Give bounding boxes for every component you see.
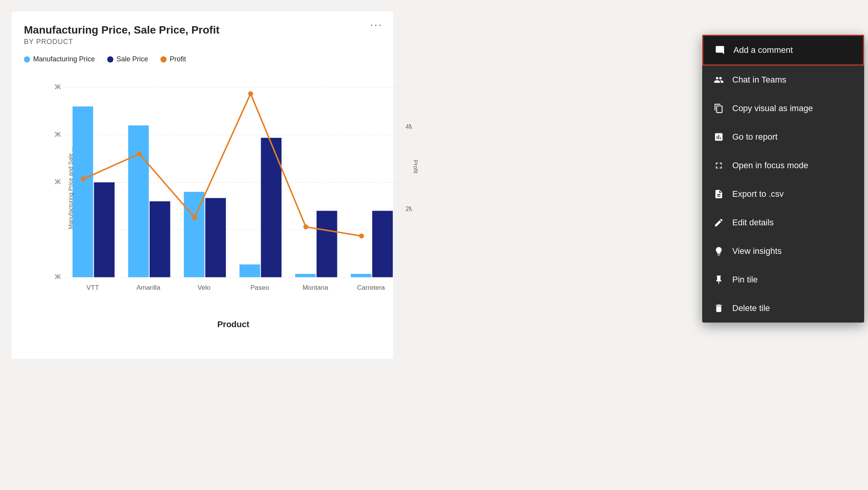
- legend-dot-manufacturing: [24, 56, 30, 63]
- menu-item-label-delete-tile: Delete tile: [732, 303, 770, 313]
- svg-text:Paseo: Paseo: [250, 284, 269, 291]
- menu-item-view-insights[interactable]: View insights: [702, 237, 864, 265]
- menu-item-export-csv[interactable]: Export to .csv: [702, 180, 864, 208]
- svg-rect-12: [94, 182, 115, 277]
- svg-point-24: [137, 151, 142, 156]
- svg-text:Amarilla: Amarilla: [137, 284, 160, 291]
- more-options-button[interactable]: ...: [370, 16, 383, 29]
- legend-label-sale: Sale Price: [116, 55, 148, 63]
- svg-text:0K: 0K: [55, 273, 61, 280]
- svg-rect-18: [261, 138, 281, 277]
- menu-item-add-comment[interactable]: Add a comment: [702, 35, 864, 66]
- menu-item-label-export-csv: Export to .csv: [732, 189, 784, 199]
- view-insights-icon: [713, 245, 725, 257]
- menu-item-label-go-report: Go to report: [732, 132, 777, 142]
- menu-item-label-copy-visual: Copy visual as image: [732, 103, 813, 113]
- svg-point-28: [359, 233, 364, 238]
- menu-item-copy-visual[interactable]: Copy visual as image: [702, 94, 864, 123]
- legend-profit: Profit: [160, 55, 186, 63]
- svg-text:Carretera: Carretera: [357, 284, 385, 291]
- legend-sale: Sale Price: [107, 55, 148, 63]
- menu-item-label-focus-mode: Open in focus mode: [732, 161, 808, 171]
- menu-item-go-report[interactable]: Go to report: [702, 123, 864, 151]
- menu-item-focus-mode[interactable]: Open in focus mode: [702, 151, 864, 180]
- chart-panel: Manufacturing Price, Sale Price, Profit …: [12, 12, 393, 359]
- svg-point-27: [303, 225, 308, 230]
- focus-mode-icon: [713, 160, 725, 171]
- svg-text:20K: 20K: [55, 131, 61, 138]
- svg-point-26: [248, 91, 253, 96]
- menu-item-chat-teams[interactable]: Chat in Teams: [702, 66, 864, 94]
- legend-dot-profit: [160, 56, 167, 63]
- menu-item-delete-tile[interactable]: Delete tile: [702, 294, 864, 323]
- legend-label-manufacturing: Manufacturing Price: [33, 55, 95, 63]
- svg-text:Montana: Montana: [302, 284, 328, 291]
- chart-legend: Manufacturing Price Sale Price Profit: [24, 55, 381, 63]
- menu-item-edit-details[interactable]: Edit details: [702, 208, 864, 237]
- svg-rect-13: [128, 125, 148, 277]
- svg-rect-22: [372, 211, 393, 277]
- y-axis-right-label: Profit: [413, 151, 419, 182]
- svg-rect-15: [184, 192, 204, 277]
- svg-rect-14: [150, 201, 170, 277]
- y-axis-left-label: Manufacturing Price and Sale ...: [67, 152, 74, 229]
- svg-text:VTT: VTT: [86, 284, 99, 291]
- svg-point-23: [81, 177, 86, 182]
- svg-text:Velo: Velo: [197, 284, 210, 291]
- x-axis-label: Product: [217, 319, 249, 329]
- go-report-icon: [713, 131, 725, 143]
- menu-item-label-pin-tile: Pin tile: [732, 275, 758, 285]
- pin-tile-icon: [713, 274, 725, 286]
- export-csv-icon: [713, 188, 725, 200]
- svg-rect-17: [239, 264, 260, 277]
- delete-tile-icon: [713, 302, 725, 314]
- chart-subtitle: BY PRODUCT: [24, 38, 381, 46]
- context-menu: Add a commentChat in TeamsCopy visual as…: [702, 35, 864, 323]
- chart-svg: 30K 20K 10K 0K 4M 2M: [55, 71, 412, 310]
- svg-text:10K: 10K: [55, 178, 61, 185]
- menu-item-label-chat-teams: Chat in Teams: [732, 75, 786, 85]
- svg-rect-16: [205, 198, 226, 277]
- svg-rect-11: [72, 106, 93, 277]
- menu-item-pin-tile[interactable]: Pin tile: [702, 265, 864, 294]
- svg-text:2M: 2M: [406, 205, 412, 212]
- menu-item-label-edit-details: Edit details: [732, 218, 774, 228]
- svg-text:4M: 4M: [406, 123, 412, 130]
- edit-details-icon: [713, 217, 725, 228]
- copy-visual-icon: [713, 103, 725, 114]
- svg-rect-21: [351, 274, 371, 277]
- legend-label-profit: Profit: [170, 55, 186, 63]
- chat-teams-icon: [713, 74, 725, 86]
- menu-item-label-view-insights: View insights: [732, 246, 782, 256]
- add-comment-icon: [714, 44, 726, 56]
- menu-item-label-add-comment: Add a comment: [733, 45, 793, 55]
- svg-rect-20: [317, 211, 337, 277]
- svg-text:30K: 30K: [55, 83, 61, 90]
- svg-rect-19: [295, 274, 315, 277]
- chart-title: Manufacturing Price, Sale Price, Profit: [24, 24, 381, 36]
- legend-dot-sale: [107, 56, 113, 63]
- legend-manufacturing: Manufacturing Price: [24, 55, 95, 63]
- svg-point-25: [192, 215, 197, 220]
- chart-area: Manufacturing Price and Sale ... Profit …: [55, 71, 412, 310]
